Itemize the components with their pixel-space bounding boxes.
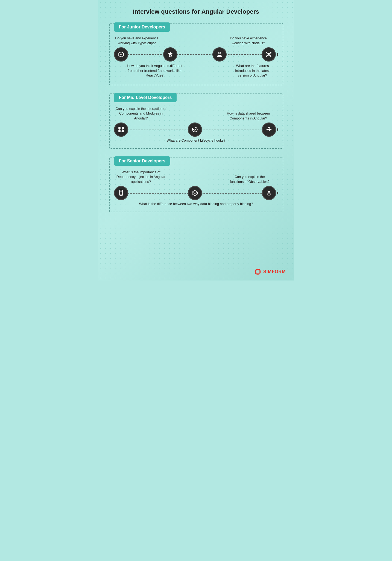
icon-person bbox=[212, 47, 227, 62]
senior-above-row: What is the importance of Dependency Inj… bbox=[112, 169, 280, 185]
junior-line bbox=[119, 54, 278, 55]
senior-q1: What is the importance of Dependency Inj… bbox=[115, 170, 167, 185]
senior-icons-row bbox=[112, 186, 280, 200]
svg-line-13 bbox=[269, 55, 271, 55]
dot-end-junior bbox=[277, 53, 278, 56]
section-header-senior: For Senior Developers bbox=[114, 156, 171, 166]
svg-point-4 bbox=[220, 52, 221, 53]
svg-point-2 bbox=[219, 52, 220, 53]
svg-point-5 bbox=[268, 54, 270, 55]
page-title: Interview questions for Angular Develope… bbox=[109, 8, 283, 15]
section-border-mid: For Mid Level Developers Can you explain… bbox=[109, 94, 283, 149]
section-content-mid: Can you explain the interaction of Compo… bbox=[110, 103, 283, 148]
section-junior: For Junior Developers Do you have any ex… bbox=[109, 23, 283, 85]
section-header-mid: For Mid Level Developers bbox=[114, 93, 177, 102]
svg-point-3 bbox=[218, 52, 219, 53]
icon-network bbox=[262, 47, 276, 62]
senior-q3: What is the difference between two-way d… bbox=[139, 202, 253, 207]
mid-q2: How is data shared between Components in… bbox=[225, 111, 272, 121]
junior-below-row: How do you think Angular is different fr… bbox=[112, 63, 280, 79]
svg-point-7 bbox=[270, 52, 271, 53]
junior-q1: Do you have any experience working with … bbox=[115, 36, 159, 46]
page-wrapper: Interview questions for Angular Develope… bbox=[98, 0, 294, 280]
simform-logo: SIMFORM bbox=[254, 268, 286, 276]
section-content-senior: What is the importance of Dependency Inj… bbox=[110, 166, 283, 212]
svg-rect-17 bbox=[122, 130, 124, 132]
svg-line-10 bbox=[267, 53, 269, 54]
svg-point-9 bbox=[270, 55, 271, 57]
simform-icon bbox=[254, 268, 262, 276]
section-content-junior: Do you have any experience working with … bbox=[110, 32, 283, 85]
junior-icons-row: TS bbox=[112, 47, 280, 62]
svg-line-12 bbox=[267, 55, 269, 55]
mid-q1: Can you explain the interaction of Compo… bbox=[115, 107, 167, 121]
svg-point-6 bbox=[266, 52, 267, 53]
icon-observable bbox=[262, 186, 276, 200]
junior-q3: How do you think Angular is different fr… bbox=[126, 64, 183, 78]
svg-point-8 bbox=[266, 55, 267, 57]
junior-q2: Do you have experience working with Node… bbox=[225, 36, 272, 46]
mid-below-row: What are Component Lifecycle hooks? bbox=[112, 138, 280, 143]
svg-rect-15 bbox=[122, 127, 124, 129]
dot-end-senior bbox=[277, 192, 278, 194]
icon-cube bbox=[188, 186, 202, 200]
svg-rect-14 bbox=[118, 127, 121, 129]
icon-star-hands bbox=[163, 47, 177, 62]
section-border-senior: For Senior Developers What is the import… bbox=[109, 157, 283, 212]
mid-q3: What are Component Lifecycle hooks? bbox=[167, 138, 226, 143]
icon-mobile bbox=[114, 186, 128, 200]
icon-lifecycle bbox=[188, 122, 202, 137]
svg-rect-16 bbox=[118, 130, 121, 132]
svg-point-28 bbox=[121, 195, 121, 196]
simform-text: SIMFORM bbox=[263, 269, 286, 274]
section-senior: For Senior Developers What is the import… bbox=[109, 157, 283, 212]
section-mid: For Mid Level Developers Can you explain… bbox=[109, 94, 283, 149]
section-border-junior: For Junior Developers Do you have any ex… bbox=[109, 23, 283, 85]
icon-typescript: TS bbox=[114, 47, 128, 62]
svg-line-11 bbox=[269, 53, 271, 54]
svg-text:TS: TS bbox=[120, 53, 122, 56]
junior-above-row: Do you have any experience working with … bbox=[112, 35, 280, 46]
section-header-junior: For Junior Developers bbox=[114, 22, 170, 32]
dot-end-mid bbox=[277, 128, 278, 131]
mid-icons-row bbox=[112, 122, 280, 137]
icon-components bbox=[114, 122, 128, 137]
icon-data-share bbox=[262, 122, 276, 137]
senior-below-row: What is the difference between two-way d… bbox=[112, 202, 280, 207]
svg-point-22 bbox=[266, 129, 268, 130]
senior-q2: Can you explain the functions of Observa… bbox=[228, 175, 272, 184]
mid-above-row: Can you explain the interaction of Compo… bbox=[112, 106, 280, 122]
junior-q4: What are the features introduced in the … bbox=[231, 64, 274, 78]
svg-point-24 bbox=[268, 127, 270, 128]
